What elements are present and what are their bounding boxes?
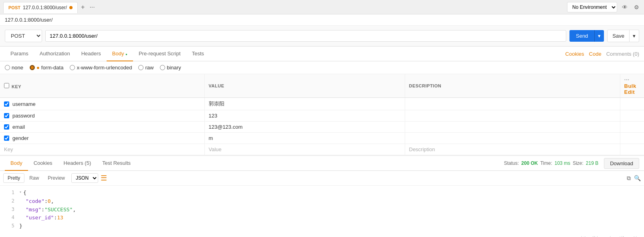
more-tabs-button[interactable]: ··· — [88, 2, 96, 12]
key-cell[interactable]: password — [0, 110, 204, 122]
json-key: "code" — [26, 197, 44, 206]
col-header-value: VALUE — [204, 74, 405, 98]
select-all-checkbox[interactable] — [4, 83, 9, 88]
environment-select[interactable]: No Environment — [567, 2, 617, 12]
json-colon: : — [41, 206, 44, 214]
request-tab[interactable]: POST 127.0.0.1:8000/user/ — [3, 2, 78, 13]
resp-tab-headers[interactable]: Headers (5) — [58, 156, 97, 171]
key-placeholder[interactable]: Key — [0, 144, 204, 155]
action-cell — [620, 133, 644, 144]
key-cell[interactable]: email — [0, 122, 204, 133]
request-bar: POST GET PUT DELETE Send ▾ Save ▾ — [0, 26, 644, 47]
value-cell[interactable]: m — [204, 133, 405, 144]
value-cell[interactable]: 123 — [204, 110, 405, 122]
json-value: 13 — [57, 214, 63, 222]
json-line-1: 1 ▾ { — [0, 189, 644, 197]
radio-none[interactable]: none — [5, 65, 23, 71]
desc-cell[interactable] — [405, 133, 620, 144]
radio-form-data[interactable]: ● form-data — [30, 65, 64, 71]
save-dropdown-button[interactable]: ▾ — [630, 30, 639, 42]
desc-cell[interactable] — [405, 122, 620, 133]
format-select[interactable]: JSON XML HTML Text — [71, 173, 98, 183]
resp-tab-cookies[interactable]: Cookies — [28, 156, 58, 171]
desc-cell[interactable] — [405, 98, 620, 110]
radio-raw[interactable]: raw — [138, 65, 153, 71]
fmt-tab-raw[interactable]: Raw — [25, 174, 43, 182]
value-cell[interactable]: 郭崇阳 — [204, 98, 405, 110]
size-value: 219 B — [586, 160, 598, 166]
tab-headers[interactable]: Headers — [76, 47, 107, 61]
fmt-tab-preview[interactable]: Preview — [44, 174, 69, 182]
json-colon: : — [54, 214, 57, 222]
resp-status-area: Status: 200 OK Time: 103 ms Size: 219 B … — [504, 158, 639, 169]
save-button[interactable]: Save — [607, 30, 630, 42]
eye-button[interactable]: 👁 — [620, 2, 629, 12]
resp-icons: ⧉ 🔍 — [627, 175, 641, 182]
send-button[interactable]: Send — [569, 30, 594, 42]
url-input[interactable] — [45, 30, 566, 42]
json-line-3: 3 "msg" : "SUCCESS" , — [0, 206, 644, 214]
tab-body[interactable]: Body ● — [107, 47, 133, 61]
copy-button[interactable]: ⧉ — [627, 175, 631, 182]
line-number: 3 — [3, 206, 14, 214]
close-brace: } — [19, 222, 22, 231]
row-checkbox[interactable] — [4, 101, 9, 107]
action-placeholder — [620, 144, 644, 155]
json-line-2: 2 "code" : 0 , — [0, 197, 644, 206]
new-tab-button[interactable]: + — [79, 2, 86, 12]
cookies-link[interactable]: Cookies — [565, 51, 584, 57]
col-header-key: KEY — [0, 74, 204, 98]
tab-params[interactable]: Params — [5, 47, 34, 61]
collapse-arrow[interactable]: ▾ — [19, 189, 22, 197]
method-select[interactable]: POST GET PUT DELETE — [5, 30, 42, 42]
bulk-edit-button[interactable]: Bulk Edit — [624, 83, 636, 95]
env-area: No Environment 👁 ⚙ — [567, 2, 641, 12]
radio-binary[interactable]: binary — [160, 65, 181, 71]
settings-button[interactable]: ⚙ — [632, 2, 641, 12]
json-comma: , — [51, 197, 54, 206]
line-number: 1 — [3, 189, 14, 197]
body-type-row: none ● form-data x-www-form-urlencoded r… — [0, 61, 644, 74]
more-dots-icon[interactable]: ··· — [624, 77, 630, 83]
row-checkbox[interactable] — [4, 124, 9, 130]
tab-authorization[interactable]: Authorization — [34, 47, 76, 61]
comments-link[interactable]: Comments (0) — [606, 51, 639, 57]
tab-dot — [69, 6, 73, 9]
json-colon: : — [44, 197, 48, 206]
status-label: Status: — [504, 160, 519, 166]
search-button[interactable]: 🔍 — [634, 175, 641, 182]
desc-cell[interactable] — [405, 110, 620, 122]
row-checkbox[interactable] — [4, 136, 9, 141]
value-placeholder[interactable]: Value — [204, 144, 405, 155]
value-cell[interactable]: 123@123.com — [204, 122, 405, 133]
action-cell — [620, 110, 644, 122]
key-cell[interactable]: username — [0, 98, 204, 110]
form-data-table: KEY VALUE DESCRIPTION ··· Bulk Edit user… — [0, 74, 644, 155]
json-key: "user_id" — [26, 214, 54, 222]
desc-placeholder[interactable]: Description — [405, 144, 620, 155]
row-checkbox[interactable] — [4, 113, 9, 118]
download-button[interactable]: Download — [604, 158, 639, 169]
size-label: Size: — [573, 160, 583, 166]
wrap-icon[interactable]: ☰ — [101, 174, 107, 182]
code-link[interactable]: Code — [589, 51, 602, 57]
key-cell[interactable]: gender — [0, 133, 204, 144]
radio-urlencoded[interactable]: x-www-form-urlencoded — [70, 65, 132, 71]
tab-method: POST — [8, 5, 20, 10]
table-row: password 123 — [0, 110, 644, 122]
response-tabs-bar: Body Cookies Headers (5) Test Results St… — [0, 156, 644, 171]
table-row: username 郭崇阳 — [0, 98, 644, 110]
fmt-tab-pretty[interactable]: Pretty — [3, 173, 24, 183]
send-dropdown-button[interactable]: ▾ — [594, 30, 604, 42]
send-button-group: Send ▾ — [569, 30, 604, 42]
time-label: Time: — [540, 160, 552, 166]
json-line-5: 5 } — [0, 222, 644, 231]
resp-tab-test-results[interactable]: Test Results — [97, 156, 136, 171]
response-section: Body Cookies Headers (5) Test Results St… — [0, 155, 644, 237]
key-value: password — [12, 113, 35, 119]
resp-tab-body[interactable]: Body — [5, 156, 28, 171]
tab-tests[interactable]: Tests — [186, 47, 210, 61]
placeholder-row: Key Value Description — [0, 144, 644, 155]
tab-prerequest[interactable]: Pre-request Script — [133, 47, 186, 61]
tab-url: 127.0.0.1:8000/user/ — [23, 5, 67, 10]
